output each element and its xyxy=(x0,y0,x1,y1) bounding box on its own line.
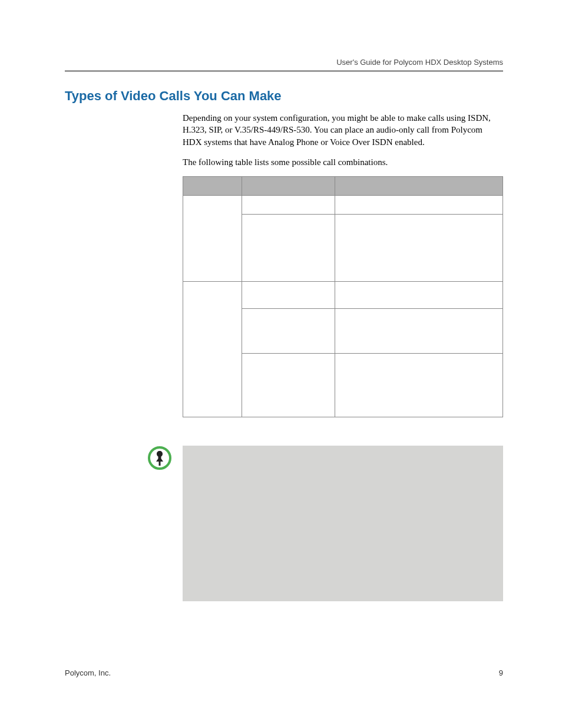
table-header-cell xyxy=(183,177,242,196)
table-row xyxy=(183,282,503,309)
table-cell xyxy=(242,309,335,354)
table-cell xyxy=(335,354,503,417)
note-callout xyxy=(65,446,503,601)
table-header-cell xyxy=(242,177,335,196)
table-cell xyxy=(335,196,503,215)
table-cell xyxy=(242,354,335,417)
intro-paragraph-2: The following table lists some possible … xyxy=(183,156,503,168)
table-cell xyxy=(183,282,242,417)
pin-icon xyxy=(147,446,172,473)
table-cell xyxy=(242,196,335,215)
call-combinations-table xyxy=(183,176,503,417)
intro-paragraph-1: Depending on your system configuration, … xyxy=(183,112,503,148)
note-box xyxy=(183,446,503,601)
table-cell xyxy=(335,282,503,309)
section-heading: Types of Video Calls You Can Make xyxy=(65,88,503,104)
svg-rect-1 xyxy=(159,462,161,466)
footer-company: Polycom, Inc. xyxy=(65,668,111,677)
table-header-row xyxy=(183,177,503,196)
header-guide-title: User's Guide for Polycom HDX Desktop Sys… xyxy=(65,58,503,67)
table-header-cell xyxy=(335,177,503,196)
page-footer: Polycom, Inc. 9 xyxy=(65,668,503,677)
table-cell xyxy=(335,215,503,282)
table-row xyxy=(183,196,503,215)
table-cell xyxy=(242,282,335,309)
table-cell xyxy=(183,196,242,282)
header-divider xyxy=(65,70,503,72)
footer-page-number: 9 xyxy=(499,668,503,677)
table-cell xyxy=(335,309,503,354)
table-cell xyxy=(242,215,335,282)
